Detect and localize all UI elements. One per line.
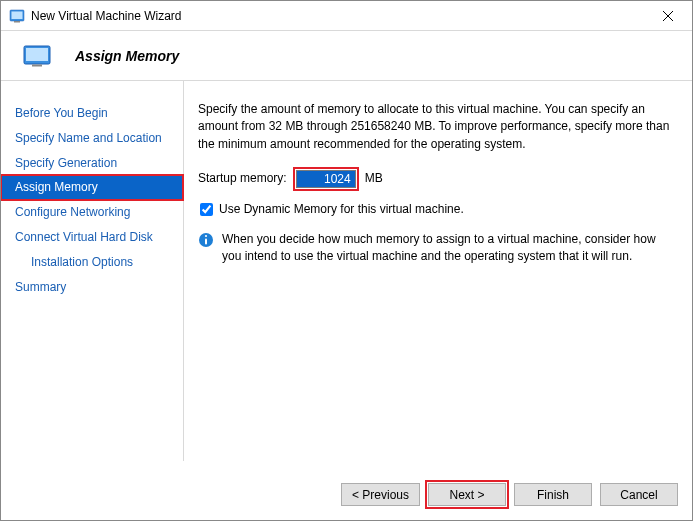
sidebar-item-installation-options[interactable]: Installation Options [1, 250, 183, 275]
dynamic-memory-checkbox[interactable] [200, 203, 213, 216]
sidebar-item-assign-memory[interactable]: Assign Memory [1, 175, 183, 200]
page-title: Assign Memory [75, 48, 179, 64]
info-icon [198, 232, 214, 248]
info-row: When you decide how much memory to assig… [198, 231, 678, 266]
app-icon [9, 8, 25, 24]
cancel-button[interactable]: Cancel [600, 483, 678, 506]
close-icon [663, 11, 673, 21]
finish-button[interactable]: Finish [514, 483, 592, 506]
dynamic-memory-label[interactable]: Use Dynamic Memory for this virtual mach… [219, 201, 464, 218]
svg-rect-9 [205, 238, 207, 244]
wizard-buttons: < Previous Next > Finish Cancel [341, 483, 678, 506]
titlebar: New Virtual Machine Wizard [1, 1, 692, 31]
info-text: When you decide how much memory to assig… [222, 231, 678, 266]
startup-memory-input[interactable] [296, 170, 356, 188]
previous-button[interactable]: < Previous [341, 483, 420, 506]
svg-rect-6 [26, 48, 48, 61]
close-button[interactable] [648, 2, 688, 30]
intro-text: Specify the amount of memory to allocate… [198, 101, 678, 153]
svg-rect-1 [12, 11, 23, 19]
next-button[interactable]: Next > [428, 483, 506, 506]
startup-memory-row: Startup memory: MB [198, 167, 678, 191]
sidebar-item-summary[interactable]: Summary [1, 275, 183, 300]
window-title: New Virtual Machine Wizard [31, 9, 182, 23]
memory-unit: MB [365, 170, 383, 187]
startup-memory-highlight [293, 167, 359, 191]
sidebar-item-before-you-begin[interactable]: Before You Begin [1, 101, 183, 126]
sidebar-item-specify-name[interactable]: Specify Name and Location [1, 126, 183, 151]
startup-memory-label: Startup memory: [198, 170, 287, 187]
wizard-header: Assign Memory [1, 31, 692, 81]
svg-rect-7 [32, 64, 42, 66]
svg-rect-2 [14, 21, 20, 23]
wizard-icon [23, 45, 51, 67]
wizard-main: Specify the amount of memory to allocate… [184, 81, 692, 461]
sidebar-item-connect-vhd[interactable]: Connect Virtual Hard Disk [1, 225, 183, 250]
sidebar-item-specify-generation[interactable]: Specify Generation [1, 151, 183, 176]
wizard-sidebar: Before You Begin Specify Name and Locati… [1, 81, 184, 461]
svg-point-10 [205, 234, 207, 236]
dynamic-memory-row: Use Dynamic Memory for this virtual mach… [200, 201, 678, 218]
sidebar-item-configure-networking[interactable]: Configure Networking [1, 200, 183, 225]
